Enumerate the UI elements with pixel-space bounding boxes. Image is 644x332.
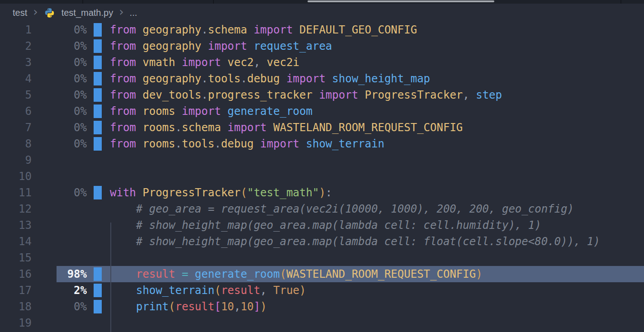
line-number: 17 — [0, 282, 32, 299]
coverage-percent: 98% — [42, 266, 87, 282]
token-pln — [221, 121, 227, 134]
tab-divider — [620, 0, 621, 4]
token-brk1: ( — [241, 186, 247, 199]
token-pun: . — [175, 121, 182, 134]
token-pln — [247, 24, 253, 36]
token-mod: WASTELAND_ROOM_REQUEST_CONFIG — [273, 121, 463, 134]
coverage-gutter-marker — [94, 267, 102, 281]
code-line-17[interactable]: 172% show_terrain(result, True) — [0, 282, 644, 299]
token-kw: from — [110, 89, 142, 101]
code-text: from geography.schema import DEFAULT_GEO… — [110, 22, 417, 38]
code-line-5[interactable]: 50%from dev_tools.progress_tracker impor… — [0, 87, 644, 103]
coverage-gutter-marker — [94, 121, 102, 134]
breadcrumb-symbol-more[interactable]: ... — [130, 8, 137, 18]
code-line-19[interactable]: 19 — [0, 315, 644, 331]
token-kw: from — [110, 40, 142, 52]
code-text: with ProgressTracker("test_math"): — [110, 185, 332, 201]
coverage-percent: 0% — [42, 136, 87, 152]
line-number: 14 — [0, 233, 32, 250]
code-line-6[interactable]: 60%from rooms import generate_room — [0, 103, 644, 119]
code-line-8[interactable]: 80%from rooms.tools.debug import show_te… — [0, 136, 644, 152]
coverage-gutter-marker — [94, 23, 102, 37]
token-kw: import — [182, 105, 221, 118]
code-line-16[interactable]: 1698% result = generate_room(WASTELAND_R… — [0, 266, 644, 282]
code-line-11[interactable]: 110%with ProgressTracker("test_math"): — [0, 185, 644, 201]
line-number: 15 — [0, 250, 32, 266]
line-number: 9 — [0, 152, 32, 168]
code-line-9[interactable]: 9 — [0, 152, 644, 168]
code-line-7[interactable]: 70%from rooms.schema import WASTELAND_RO… — [0, 119, 644, 136]
token-mod: ProgressTracker — [365, 89, 463, 101]
coverage-gutter-marker — [94, 56, 102, 69]
tabbar-scrollbar-thumb[interactable] — [308, 0, 494, 2]
token-mod: rooms — [142, 121, 175, 134]
breadcrumb-folder[interactable]: test — [13, 8, 27, 18]
token-mod: schema — [208, 24, 247, 36]
token-brk1: ) — [299, 284, 306, 297]
code-line-2[interactable]: 20%from geography import request_area — [0, 38, 644, 54]
code-text: # show_height_map(geo_area.map(lambda ce… — [110, 217, 541, 233]
token-pln — [221, 56, 227, 69]
coverage-percent: 0% — [42, 38, 87, 54]
line-number: 5 — [0, 87, 32, 103]
code-line-15[interactable]: 15 — [0, 250, 644, 266]
token-mod: vec2 — [227, 56, 254, 69]
line-number: 16 — [0, 266, 32, 282]
code-line-18[interactable]: 180% print(result[10,10]) — [0, 299, 644, 315]
line-number: 13 — [0, 217, 32, 233]
coverage-percent: 0% — [42, 103, 87, 119]
token-fn: show_terrain — [306, 138, 384, 150]
token-fn: print — [136, 300, 169, 313]
code-line-12[interactable]: 12 # geo_area = request_area(vec2i(10000… — [0, 201, 644, 217]
token-kw: from — [110, 56, 142, 69]
token-mod: ProgressTracker — [142, 186, 241, 199]
token-pln — [175, 105, 182, 118]
code-line-1[interactable]: 10%from geography.schema import DEFAULT_… — [0, 22, 644, 38]
line-number: 8 — [0, 136, 32, 152]
token-fn: step — [476, 89, 502, 101]
token-pln — [175, 56, 182, 69]
line-number: 6 — [0, 103, 32, 119]
coverage-gutter-marker — [94, 186, 102, 199]
token-pun: . — [201, 24, 208, 36]
breadcrumb-file[interactable]: test_math.py — [62, 8, 114, 18]
code-line-10[interactable]: 10 — [0, 168, 644, 185]
token-mod: dev_tools — [142, 89, 201, 101]
coverage-percent: 0% — [42, 119, 87, 136]
token-fn: generate_room — [227, 105, 313, 118]
token-mod: geography — [142, 40, 201, 52]
tab-divider — [213, 0, 214, 4]
code-line-3[interactable]: 30%from vmath import vec2, vec2i — [0, 54, 644, 71]
token-fn: generate_room — [195, 268, 280, 280]
token-pln — [358, 89, 365, 101]
chevron-right-icon: › — [33, 7, 38, 16]
token-brk2: [ — [214, 300, 221, 313]
code-line-13[interactable]: 13 # show_height_map(geo_area.map(lambda… — [0, 217, 644, 233]
coverage-percent: 0% — [42, 54, 87, 71]
token-pln — [221, 105, 227, 118]
coverage-percent: 0% — [42, 185, 87, 201]
code-line-4[interactable]: 40%from geography.tools.debug import sho… — [0, 71, 644, 87]
token-pln — [326, 72, 332, 85]
tab-divider — [82, 0, 83, 4]
line-number: 2 — [0, 38, 32, 54]
token-mod: rooms — [142, 105, 175, 118]
token-pun: . — [175, 138, 182, 150]
token-pln — [110, 268, 136, 280]
coverage-percent: 2% — [42, 282, 87, 299]
token-brk1: ( — [280, 268, 286, 280]
line-number: 10 — [0, 168, 32, 185]
token-pln — [188, 268, 194, 280]
coverage-gutter-marker — [94, 88, 102, 102]
token-pln — [247, 40, 253, 52]
token-str: "test_math" — [247, 186, 319, 199]
code-editor[interactable]: 10%from geography.schema import DEFAULT_… — [0, 22, 644, 331]
coverage-percent: 0% — [42, 87, 87, 103]
code-text: from geography import request_area — [110, 38, 332, 54]
token-pun: . — [201, 89, 208, 101]
code-line-14[interactable]: 14 # show_height_map(geo_area.map(lambda… — [0, 233, 644, 250]
token-brk1: ( — [169, 300, 175, 313]
coverage-percent: 0% — [42, 22, 87, 38]
code-text: # geo_area = request_area(vec2i(10000, 1… — [110, 201, 574, 217]
line-number: 1 — [0, 22, 32, 38]
